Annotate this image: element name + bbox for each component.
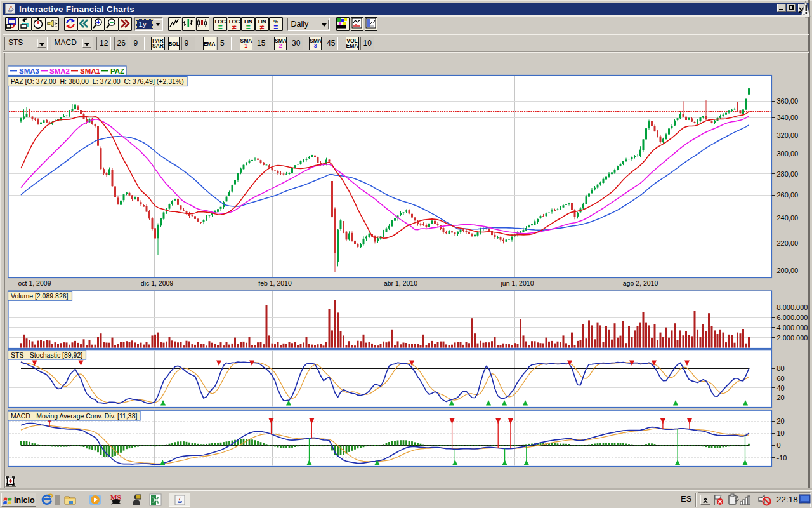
svg-text:PAZ: PAZ	[110, 67, 124, 75]
svg-text:2.000.000: 2.000.000	[777, 334, 808, 342]
svg-text:-10: -10	[777, 454, 787, 462]
svg-text:jun 1, 2010: jun 1, 2010	[501, 279, 534, 287]
svg-text:360,00: 360,00	[777, 97, 799, 105]
svg-text:8.000.000: 8.000.000	[777, 304, 808, 311]
svg-text:280,00: 280,00	[777, 170, 799, 178]
svg-text:320,00: 320,00	[777, 131, 799, 139]
svg-text:6.000.000: 6.000.000	[777, 314, 808, 321]
svg-text:dic 1, 2009: dic 1, 2009	[141, 279, 174, 287]
svg-text:4.000.000: 4.000.000	[777, 324, 808, 331]
svg-text:ago 2, 2010: ago 2, 2010	[623, 279, 658, 287]
svg-text:PAZ [O: 372,00 H: 380,00 L:: PAZ [O: 372,00 H: 380,00 L: 372,00 C: 37…	[11, 77, 184, 85]
svg-text:STS - Stochastic [89,92]: STS - Stochastic [89,92]	[11, 351, 82, 359]
svg-text:80: 80	[777, 364, 785, 372]
svg-text:0: 0	[777, 441, 781, 449]
svg-text:SMA3: SMA3	[19, 67, 39, 75]
svg-text:260,00: 260,00	[777, 191, 799, 199]
svg-text:MACD - Moving Average Conv. Di: MACD - Moving Average Conv. Div. [11,38]	[11, 412, 137, 420]
svg-text:20: 20	[777, 417, 785, 425]
svg-text:60: 60	[777, 375, 785, 382]
svg-text:oct 1, 2009: oct 1, 2009	[18, 279, 51, 287]
svg-text:SMA1: SMA1	[80, 67, 101, 75]
svg-text:220,00: 220,00	[777, 239, 799, 247]
svg-text:20: 20	[777, 394, 785, 401]
svg-text:240,00: 240,00	[777, 214, 799, 222]
svg-text:10: 10	[777, 429, 785, 437]
svg-text:SMA2: SMA2	[49, 67, 70, 75]
svg-text:Volume [2.089.826]: Volume [2.089.826]	[11, 292, 69, 300]
svg-text:200,00: 200,00	[777, 267, 799, 274]
svg-text:300,00: 300,00	[777, 150, 799, 157]
svg-text:abr 1, 2010: abr 1, 2010	[384, 279, 417, 287]
svg-text:feb 1, 2010: feb 1, 2010	[258, 279, 292, 287]
svg-text:340,00: 340,00	[777, 114, 799, 121]
svg-text:40: 40	[777, 384, 785, 392]
